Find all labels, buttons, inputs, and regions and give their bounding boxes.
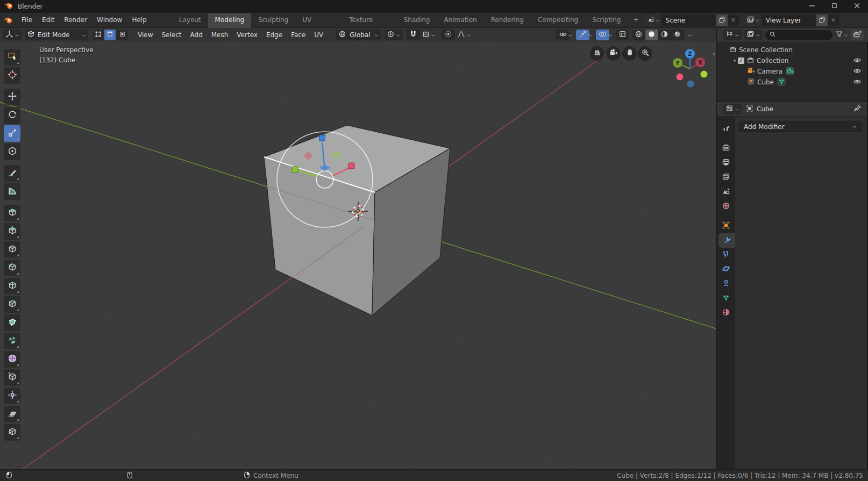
bevel-tool-button[interactable] xyxy=(4,260,20,276)
workspace-tab-rendering[interactable]: Rendering xyxy=(484,13,531,28)
maximize-button[interactable] xyxy=(823,0,845,13)
workspace-tab-shading[interactable]: Shading xyxy=(397,13,437,28)
workspace-tab-animation[interactable]: Animation xyxy=(437,13,483,28)
menu-render[interactable]: Render xyxy=(59,13,92,27)
outliner-item-label[interactable]: Cube xyxy=(755,78,774,86)
workspace-tab-layout[interactable]: Layout xyxy=(172,13,208,28)
knife-tool-button[interactable] xyxy=(4,296,20,313)
shear-tool-button[interactable] xyxy=(4,406,20,422)
viewport-menu-mesh[interactable]: Mesh xyxy=(207,28,233,42)
gizmo-x-handle[interactable] xyxy=(348,163,354,169)
viewport-menu-vertex[interactable]: Vertex xyxy=(232,28,262,42)
workspace-tab-sculpting[interactable]: Sculpting xyxy=(251,13,295,28)
outliner-filter-button[interactable] xyxy=(835,30,848,40)
view-layer-copy-button[interactable] xyxy=(816,15,828,26)
scene-unlink-button[interactable]: ✕ xyxy=(728,17,739,24)
inset-faces-tool-button[interactable] xyxy=(4,241,20,258)
outliner-row-camera[interactable]: Camera xyxy=(717,66,867,77)
proportional-edit-toggle[interactable] xyxy=(442,30,455,40)
outliner-editor-type-button[interactable] xyxy=(723,30,742,40)
edge-select-mode-button[interactable] xyxy=(104,30,116,40)
move-tool-button[interactable] xyxy=(4,89,20,105)
outliner-row-collection[interactable]: ▾✓Collection xyxy=(717,55,867,66)
properties-tab-tool[interactable] xyxy=(717,122,735,137)
smooth-tool-button[interactable] xyxy=(4,351,20,368)
sidebar-collapse-arrow[interactable]: ‹ xyxy=(713,49,715,58)
nav-axis-x-neg[interactable] xyxy=(677,74,684,81)
scale-tool-button[interactable] xyxy=(4,125,20,142)
mesh-data-icon[interactable] xyxy=(777,77,786,88)
add-workspace-button[interactable]: + xyxy=(628,13,644,27)
edge-slide-tool-button[interactable] xyxy=(4,369,20,386)
pan-view-button[interactable] xyxy=(622,46,637,61)
view-layer-remove-button[interactable]: ✕ xyxy=(828,17,839,24)
add-cube-tool-button[interactable] xyxy=(4,205,20,221)
shading-solid-button[interactable] xyxy=(645,30,658,40)
spin-tool-button[interactable] xyxy=(4,333,20,349)
properties-tab-output[interactable] xyxy=(717,156,735,170)
close-button[interactable] xyxy=(845,0,868,13)
shading-wireframe-button[interactable] xyxy=(632,30,645,40)
properties-tab-material[interactable] xyxy=(717,306,735,320)
workspace-tab-uv-editing[interactable]: UV Editing xyxy=(295,13,342,28)
gizmo-y-handle[interactable] xyxy=(292,167,298,173)
eye-visibility-toggle[interactable] xyxy=(853,77,862,88)
viewport-menu-view[interactable]: View xyxy=(133,28,157,42)
eye-visibility-toggle[interactable] xyxy=(853,67,862,77)
outliner-search-input[interactable] xyxy=(765,30,833,40)
workspace-tab-modeling[interactable]: Modeling xyxy=(208,13,252,28)
transform-tool-button[interactable] xyxy=(4,143,20,160)
collection-checkbox[interactable]: ✓ xyxy=(738,58,744,64)
properties-tab-object-data[interactable] xyxy=(717,291,735,306)
zoom-view-button[interactable] xyxy=(638,46,652,61)
editor-type-button[interactable] xyxy=(3,30,22,40)
outliner-item-label[interactable]: Collection xyxy=(755,57,788,64)
view-layer-name[interactable]: View Layer xyxy=(762,17,816,24)
viewport-menu-uv[interactable]: UV xyxy=(310,28,328,42)
blender-menu-logo-icon[interactable] xyxy=(4,16,13,25)
face-select-mode-button[interactable] xyxy=(116,30,128,40)
shading-rendered-button[interactable] xyxy=(671,30,684,40)
properties-tab-particles[interactable] xyxy=(717,248,735,262)
camera-view-button[interactable] xyxy=(606,46,621,61)
viewport-menu-add[interactable]: Add xyxy=(186,28,207,42)
properties-editor-type-button[interactable] xyxy=(723,104,742,114)
workspace-tab-scripting[interactable]: Scripting xyxy=(585,13,628,28)
workspace-tab-texture-paint[interactable]: Texture Paint xyxy=(342,13,396,28)
falloff-dropdown[interactable] xyxy=(455,30,473,40)
properties-tab-render[interactable] xyxy=(717,141,735,156)
select-box-tool-button[interactable] xyxy=(4,49,20,66)
snap-settings-dropdown[interactable] xyxy=(420,30,438,40)
view-layer-dropdown-button[interactable] xyxy=(744,15,762,26)
scene-copy-button[interactable] xyxy=(716,15,728,26)
vertex-select-mode-button[interactable] xyxy=(93,30,104,40)
outliner-row-cube[interactable]: Cube xyxy=(717,77,867,88)
shading-options-dropdown[interactable] xyxy=(687,33,692,38)
shrink-fatten-tool-button[interactable] xyxy=(4,387,20,404)
poly-build-tool-button[interactable] xyxy=(4,314,20,331)
eye-visibility-toggle[interactable] xyxy=(853,56,862,66)
viewport-menu-select[interactable]: Select xyxy=(157,28,186,42)
scene-name[interactable]: Scene xyxy=(661,17,716,24)
properties-tab-scene[interactable] xyxy=(717,185,735,199)
new-collection-button[interactable] xyxy=(851,30,864,40)
gizmo-z-handle[interactable] xyxy=(319,135,325,141)
menu-file[interactable]: File xyxy=(17,13,37,27)
minimize-button[interactable] xyxy=(800,0,823,13)
outliner-display-mode-button[interactable] xyxy=(744,30,763,40)
measure-tool-button[interactable] xyxy=(4,183,20,200)
extrude-region-tool-button[interactable] xyxy=(4,223,20,240)
outliner-item-label[interactable]: Camera xyxy=(755,68,782,75)
transform-orientation-dropdown[interactable]: Global xyxy=(336,30,380,40)
workspace-tab-compositing[interactable]: Compositing xyxy=(531,13,585,28)
pin-button[interactable] xyxy=(853,104,862,114)
scene-dropdown-button[interactable] xyxy=(644,15,661,26)
snap-toggle[interactable] xyxy=(407,30,420,40)
cursor-tool-button[interactable] xyxy=(4,67,20,84)
rip-region-tool-button[interactable] xyxy=(4,424,20,441)
pivot-point-dropdown[interactable] xyxy=(385,30,403,40)
annotate-tool-button[interactable] xyxy=(4,165,20,182)
loop-cut-tool-button[interactable] xyxy=(4,278,20,295)
add-modifier-dropdown[interactable]: Add Modifier xyxy=(739,121,862,132)
shading-material-button[interactable] xyxy=(658,30,671,40)
